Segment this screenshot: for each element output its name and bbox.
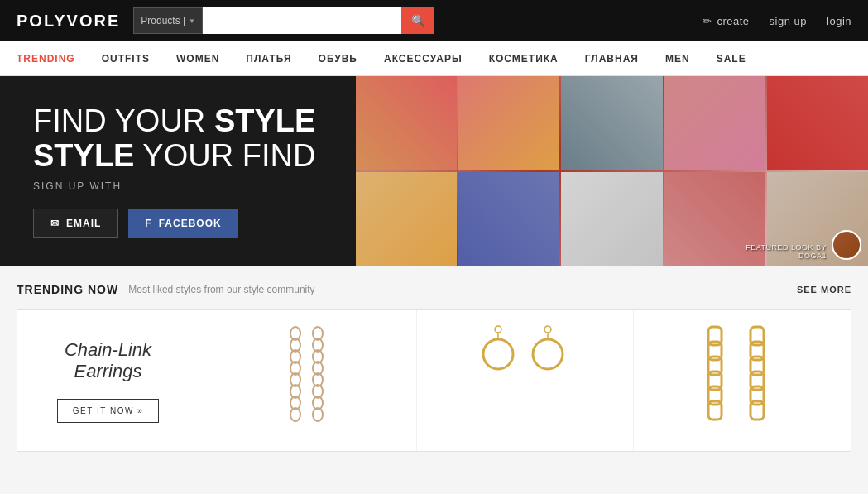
header-right: ✏ create sign up login: [703, 15, 851, 27]
see-more-link[interactable]: SEE MORE: [797, 285, 851, 295]
create-link[interactable]: ✏ create: [703, 15, 750, 27]
featured-avatar: [832, 230, 861, 260]
nav-item-outfits[interactable]: OUTFITS: [89, 41, 163, 76]
product-item-3[interactable]: [634, 310, 851, 451]
featured-look: FEATURED LOOK BY DOGA1: [746, 230, 861, 260]
featured-user: DOGA1: [746, 252, 827, 260]
header: POLYVORE Products | ▼ 🔍 ✏ create sign up…: [0, 0, 868, 41]
nav-item-sale[interactable]: SALE: [703, 41, 760, 76]
collage-cell-5: [767, 76, 868, 170]
collage-cell-8: [561, 172, 662, 266]
collage-cell-1: [356, 76, 457, 170]
nav-item-trending[interactable]: TRENDING: [17, 41, 89, 76]
hero-line1-plain: FIND YOUR: [33, 103, 205, 138]
nav-bar: TRENDING OUTFITS WOMEN ПЛАТЬЯ ОБУВЬ АКСЕ…: [0, 41, 868, 76]
hero-title: FIND YOUR STYLE STYLE YOUR FIND: [33, 104, 323, 174]
email-icon: ✉: [50, 218, 60, 229]
hero-line1-bold: STYLE: [214, 103, 315, 138]
collage-cell-7: [458, 172, 559, 266]
svg-point-18: [483, 339, 513, 369]
hero-line2-bold: STYLE: [33, 138, 134, 173]
featured-label: FEATURED LOOK BY: [746, 243, 827, 252]
facebook-signup-button[interactable]: f FACEBOOK: [128, 209, 237, 238]
products-card: Chain-Link Earrings GET IT NOW »: [17, 309, 851, 452]
collage-cell-6: [356, 172, 457, 266]
earring-image-1: [283, 319, 333, 443]
trending-subtitle: Most liked styles from our style communi…: [128, 284, 314, 295]
hero-buttons: ✉ EMAIL f FACEBOOK: [33, 209, 323, 238]
search-dropdown-label: Products |: [141, 15, 185, 26]
search-container: Products | ▼ 🔍: [133, 7, 434, 34]
svg-point-21: [533, 339, 563, 369]
product-item-1[interactable]: [199, 310, 417, 451]
nav-item-glavnaya[interactable]: ГЛАВНАЯ: [572, 41, 652, 76]
product-featured: Chain-Link Earrings GET IT NOW »: [17, 310, 199, 451]
email-signup-button[interactable]: ✉ EMAIL: [33, 209, 118, 238]
collage-cell-4: [664, 76, 765, 170]
collage-cell-3: [561, 76, 662, 170]
facebook-icon: f: [145, 218, 151, 229]
nav-item-aksessuary[interactable]: АКСЕССУАРЫ: [371, 41, 476, 76]
trending-now-title: TRENDING NOW: [17, 283, 118, 296]
trending-header: TRENDING NOW Most liked styles from our …: [17, 283, 851, 296]
nav-item-platya[interactable]: ПЛАТЬЯ: [233, 41, 305, 76]
logo: POLYVORE: [17, 12, 120, 31]
svg-point-19: [544, 326, 551, 333]
search-input[interactable]: [203, 7, 401, 34]
nav-item-men[interactable]: MEN: [652, 41, 703, 76]
hero-image-area: FEATURED LOOK BY DOGA1: [356, 76, 868, 266]
nav-item-kosmetika[interactable]: КОСМЕТИКА: [476, 41, 572, 76]
collage-cell-2: [458, 76, 559, 170]
products-grid: [199, 310, 851, 451]
get-it-now-button[interactable]: GET IT NOW »: [57, 399, 159, 423]
product-item-2[interactable]: [417, 310, 635, 451]
svg-point-16: [495, 326, 501, 333]
pencil-icon: ✏: [703, 15, 712, 27]
nav-item-women[interactable]: WOMEN: [163, 41, 233, 76]
hero-banner: FIND YOUR STYLE STYLE YOUR FIND SIGN UP …: [0, 76, 868, 266]
hero-left: FIND YOUR STYLE STYLE YOUR FIND SIGN UP …: [0, 76, 356, 266]
hero-signup-with: SIGN UP WITH: [33, 180, 323, 192]
search-dropdown[interactable]: Products | ▼: [133, 7, 203, 34]
search-icon: 🔍: [411, 14, 425, 27]
earring-image-3: [701, 319, 784, 443]
trending-section: TRENDING NOW Most liked styles from our …: [0, 266, 868, 452]
login-link[interactable]: login: [827, 15, 851, 27]
nav-item-obuv[interactable]: ОБУВЬ: [305, 41, 371, 76]
chevron-down-icon: ▼: [189, 17, 195, 25]
earring-image-2: [476, 319, 575, 443]
signup-link[interactable]: sign up: [770, 15, 807, 27]
featured-product-name: Chain-Link Earrings: [42, 339, 174, 382]
hero-line2-plain: YOUR FIND: [142, 138, 315, 173]
search-button[interactable]: 🔍: [401, 7, 434, 34]
